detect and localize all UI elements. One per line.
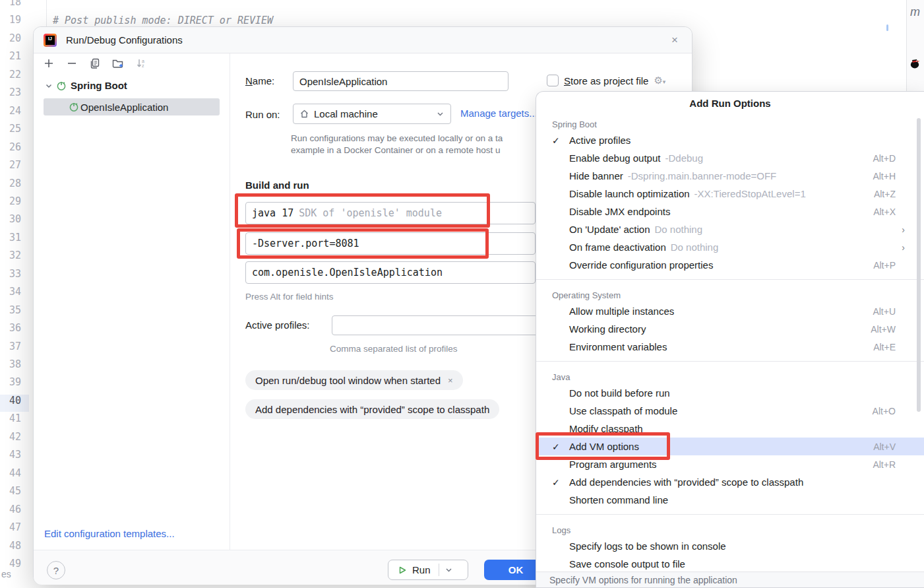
menu-status-text: Specify VM options for running the appli… bbox=[536, 572, 924, 587]
menu-item-shorten-command-line[interactable]: Shorten command line bbox=[536, 491, 924, 509]
tree-node-spring-boot[interactable]: Spring Boot bbox=[44, 80, 127, 91]
chevron-expanded-icon bbox=[44, 81, 53, 90]
store-as-project-file-row: Store as project file ⚙▾ bbox=[547, 75, 665, 86]
line-number: 45 bbox=[0, 482, 21, 500]
tree-node-label: OpenIsleApplication bbox=[80, 102, 168, 113]
menu-item-hint: -Dspring.main.banner-mode=OFF bbox=[628, 170, 777, 181]
menu-item-disable-jmx-endpoints[interactable]: Disable JMX endpointsAlt+X bbox=[536, 203, 924, 220]
line-number: 40 bbox=[0, 392, 21, 410]
copy-icon[interactable] bbox=[89, 57, 101, 69]
line-number: 46 bbox=[0, 501, 21, 519]
menu-item-label: Specify logs to be shown in console bbox=[569, 540, 726, 552]
profiles-hint-text: Comma separated list of profiles bbox=[330, 344, 458, 354]
menu-item-specify-logs-to-be-shown-in-console[interactable]: Specify logs to be shown in console bbox=[536, 537, 924, 555]
menu-item-label: Override configuration properties bbox=[569, 259, 713, 271]
close-icon[interactable]: × bbox=[667, 32, 683, 48]
menu-item-on-frame-deactivation[interactable]: On frame deactivationDo nothing› bbox=[536, 238, 924, 256]
line-number: 41 bbox=[0, 410, 21, 428]
run-button[interactable]: Run bbox=[388, 560, 468, 580]
menu-item-shortcut: Alt+R bbox=[873, 459, 896, 470]
menu-item-allow-multiple-instances[interactable]: Allow multiple instancesAlt+U bbox=[536, 302, 924, 320]
menu-item-active-profiles[interactable]: ✓Active profiles bbox=[536, 131, 924, 149]
menu-item-use-classpath-of-module[interactable]: Use classpath of moduleAlt+O bbox=[536, 402, 924, 420]
plugin-bird-icon bbox=[909, 58, 921, 69]
svg-text:a: a bbox=[142, 59, 144, 63]
menu-item-enable-debug-output[interactable]: Enable debug output-DdebugAlt+D bbox=[536, 149, 924, 167]
menu-item-hint: -XX:TieredStopAtLevel=1 bbox=[694, 188, 806, 199]
panel-splitter[interactable] bbox=[230, 53, 230, 550]
edit-configuration-templates-link[interactable]: Edit configuration templates... bbox=[44, 528, 175, 539]
tree-node-openisleapplication[interactable]: OpenIsleApplication bbox=[44, 98, 220, 115]
menu-item-environment-variables[interactable]: Environment variablesAlt+E bbox=[536, 338, 924, 356]
menu-item-shortcut: Alt+D bbox=[873, 153, 896, 164]
store-as-project-file-checkbox[interactable] bbox=[547, 75, 559, 86]
chevron-down-icon bbox=[445, 566, 453, 574]
new-folder-icon[interactable] bbox=[112, 57, 124, 69]
menu-item-shortcut: Alt+U bbox=[873, 306, 896, 317]
editor-comment-line: # Post publish mode: DIRECT or REVIEW bbox=[53, 15, 273, 26]
manage-targets-link[interactable]: Manage targets... bbox=[460, 108, 538, 119]
menu-item-label: Shorten command line bbox=[569, 494, 668, 506]
menu-item-working-directory[interactable]: Working directoryAlt+W bbox=[536, 320, 924, 338]
menu-item-label: Add dependencies with “provided” scope t… bbox=[569, 476, 803, 488]
menu-item-label: Hide banner bbox=[569, 170, 623, 181]
menu-item-hint: Do nothing bbox=[654, 224, 702, 235]
run-on-label: Run on: bbox=[245, 109, 280, 120]
menu-item-shortcut: Alt+P bbox=[873, 260, 896, 271]
line-number: 38 bbox=[0, 356, 21, 374]
spring-boot-icon bbox=[56, 81, 67, 91]
menu-section-label: Java bbox=[536, 367, 924, 384]
menu-item-save-console-output-to-file[interactable]: Save console output to file bbox=[536, 555, 924, 573]
dialog-title: Run/Debug Configurations bbox=[66, 34, 183, 46]
annotation-box-add-vm-options bbox=[536, 432, 670, 460]
sort-alphabetically-icon[interactable]: az bbox=[135, 57, 147, 69]
annotation-box-jre bbox=[235, 193, 490, 228]
gear-icon[interactable]: ⚙▾ bbox=[654, 75, 665, 86]
add-icon[interactable] bbox=[43, 57, 55, 69]
build-and-run-heading: Build and run bbox=[245, 180, 309, 191]
menu-item-label: Disable JMX endpoints bbox=[569, 206, 670, 217]
configurations-toolbar: az bbox=[43, 57, 147, 69]
menu-item-hint: -Ddebug bbox=[665, 152, 703, 164]
menu-item-override-configuration-properties[interactable]: Override configuration propertiesAlt+P bbox=[536, 256, 924, 274]
menu-item-disable-launch-optimization[interactable]: Disable launch optimization-XX:TieredSto… bbox=[536, 185, 924, 203]
menu-item-hint: Do nothing bbox=[671, 242, 719, 253]
help-button[interactable]: ? bbox=[47, 561, 65, 579]
line-number: 32 bbox=[0, 247, 21, 265]
menu-item-add-dependencies-with-provided-scope-to-classpath[interactable]: ✓Add dependencies with “provided” scope … bbox=[536, 473, 924, 491]
remove-chip-icon[interactable]: × bbox=[448, 376, 453, 385]
dialog-titlebar: Run/Debug Configurations × bbox=[34, 27, 692, 53]
menu-scrollbar[interactable] bbox=[917, 118, 921, 412]
menu-item-label: Environment variables bbox=[569, 341, 667, 352]
menu-item-on-update-action[interactable]: On 'Update' actionDo nothing› bbox=[536, 220, 924, 238]
menu-item-do-not-build-before-run[interactable]: Do not build before run bbox=[536, 384, 924, 402]
remove-icon[interactable] bbox=[66, 57, 78, 69]
line-number: 18 bbox=[0, 0, 21, 11]
menu-item-shortcut: Alt+O bbox=[873, 406, 896, 416]
menu-item-label: Active profiles bbox=[569, 135, 631, 146]
play-icon bbox=[398, 566, 407, 575]
provided-scope-chip[interactable]: Add dependencies with “provided” scope t… bbox=[245, 399, 499, 419]
checkmark-icon: ✓ bbox=[552, 135, 569, 146]
line-number: 22 bbox=[0, 66, 21, 84]
line-number: 19 bbox=[0, 11, 21, 29]
menu-item-label: Enable debug output bbox=[569, 152, 660, 164]
home-icon bbox=[299, 109, 309, 119]
line-number: 28 bbox=[0, 175, 21, 193]
line-number: 24 bbox=[0, 102, 21, 120]
menu-item-shortcut: Alt+E bbox=[873, 342, 896, 352]
menu-item-hide-banner[interactable]: Hide banner-Dspring.main.banner-mode=OFF… bbox=[536, 167, 924, 185]
store-as-project-file-label: Store as project file bbox=[564, 75, 648, 86]
run-on-select[interactable]: Local machine bbox=[293, 104, 451, 124]
add-run-options-menu: Add Run Options Spring Boot✓Active profi… bbox=[536, 91, 924, 588]
menu-section-label: Spring Boot bbox=[536, 114, 924, 131]
main-class-input[interactable]: com.openisle.OpenIsleApplication bbox=[245, 261, 536, 284]
open-tool-window-chip[interactable]: Open run/debug tool window when started× bbox=[245, 370, 463, 390]
active-profiles-input[interactable] bbox=[332, 315, 569, 335]
line-number: 47 bbox=[0, 519, 21, 537]
tree-node-label: Spring Boot bbox=[71, 80, 127, 91]
intellij-logo-icon bbox=[44, 34, 57, 47]
line-number: 35 bbox=[0, 302, 21, 319]
name-input[interactable]: OpenIsleApplication bbox=[293, 71, 508, 91]
menu-section-label: Logs bbox=[536, 520, 924, 537]
